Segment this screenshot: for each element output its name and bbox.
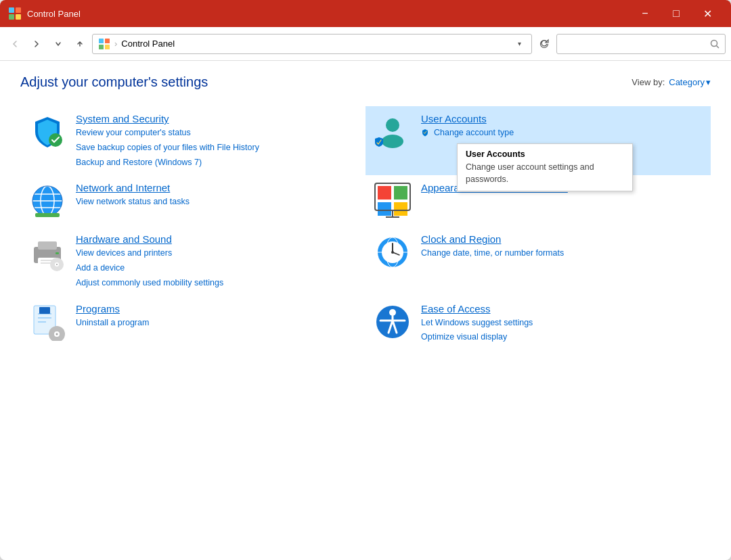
system-security-content: System and Security Review your computer… [76,113,259,168]
tooltip-title: User Accounts [466,149,624,159]
recent-locations-button[interactable] [49,34,68,53]
clock-content: Clock and Region Change date, time, or n… [421,233,564,260]
uac-shield-icon [421,129,429,137]
categories-grid: System and Security Review your computer… [20,106,711,350]
svg-point-51 [56,333,58,335]
category-network: Network and Internet View network status… [20,175,366,227]
hardware-link-2[interactable]: Add a device [76,262,223,275]
svg-rect-48 [39,307,50,314]
svg-point-35 [56,264,58,265]
address-bar-icon [98,38,110,50]
window-controls: − □ ✕ [629,0,723,27]
title-bar: Control Panel − □ ✕ [0,0,731,27]
svg-rect-19 [35,213,60,217]
main-window: Control Panel − □ ✕ › [0,0,731,560]
svg-rect-23 [394,202,407,216]
address-input[interactable] [121,39,508,49]
search-input[interactable] [562,39,707,49]
refresh-button[interactable] [535,34,554,53]
user-accounts-content: User Accounts Change account type [421,113,514,139]
hardware-link-1[interactable]: View devices and printers [76,247,223,260]
address-dropdown-button[interactable]: ▾ [512,34,526,53]
page-header: Adjust your computer's settings View by:… [20,74,711,90]
window-title: Control Panel [27,9,629,19]
maximize-button[interactable]: □ [661,0,692,27]
svg-rect-7 [105,45,110,49]
system-security-link-2[interactable]: Save backup copies of your files with Fi… [76,141,259,154]
back-button[interactable] [5,34,24,53]
search-icon [710,39,719,49]
user-accounts-tooltip: User Accounts Change user account settin… [457,143,633,191]
programs-title[interactable]: Programs [76,303,149,314]
svg-point-12 [382,135,403,148]
close-button[interactable]: ✕ [692,0,723,27]
system-security-icon [28,113,66,151]
programs-content: Programs Uninstall a program [76,303,149,329]
ease-link-1[interactable]: Let Windows suggest settings [421,317,533,329]
ease-of-access-icon [374,303,412,341]
hardware-title[interactable]: Hardware and Sound [76,233,223,245]
user-accounts-icon [374,113,412,151]
ease-link-2[interactable]: Optimize visual display [421,331,533,344]
title-bar-icon [8,7,22,20]
svg-rect-4 [99,39,104,43]
svg-rect-28 [38,241,57,250]
network-link-1[interactable]: View network status and tasks [76,195,190,208]
up-button[interactable] [70,34,89,53]
category-user-accounts: User Accounts Change account type User A… [366,106,711,175]
view-by-link[interactable]: Category ▾ [669,77,711,87]
svg-rect-1 [16,7,21,13]
minimize-button[interactable]: − [629,0,661,27]
svg-rect-20 [378,186,391,200]
programs-link-1[interactable]: Uninstall a program [76,317,149,329]
search-box[interactable] [556,34,726,54]
svg-rect-0 [9,7,14,13]
network-content: Network and Internet View network status… [76,182,190,208]
address-box[interactable]: › ▾ [92,34,532,54]
hardware-icon [28,233,66,271]
appearance-icon [374,182,412,220]
category-hardware: Hardware and Sound View devices and prin… [20,227,366,296]
svg-rect-32 [56,252,59,254]
svg-rect-3 [16,14,21,20]
programs-icon [28,303,66,341]
ease-title[interactable]: Ease of Access [421,303,533,314]
system-security-link-3[interactable]: Backup and Restore (Windows 7) [76,156,259,169]
category-programs: Programs Uninstall a program [20,296,366,351]
address-bar: › ▾ [0,27,731,61]
tooltip-text: Change user account settings and passwor… [466,162,624,185]
svg-point-11 [386,118,399,132]
clock-title[interactable]: Clock and Region [421,233,564,245]
category-ease: Ease of Access Let Windows suggest setti… [366,296,711,351]
address-separator: › [114,39,117,49]
hardware-link-3[interactable]: Adjust commonly used mobility settings [76,277,223,289]
ease-content: Ease of Access Let Windows suggest setti… [421,303,533,344]
user-accounts-title[interactable]: User Accounts [421,113,514,124]
svg-rect-6 [99,45,104,49]
network-title[interactable]: Network and Internet [76,182,190,193]
svg-rect-2 [9,14,14,20]
category-system-security: System and Security Review your computer… [20,106,366,175]
clock-icon [374,233,412,271]
svg-point-8 [711,40,717,46]
category-clock: Clock and Region Change date, time, or n… [366,227,711,296]
view-by: View by: Category ▾ [632,77,711,87]
hardware-content: Hardware and Sound View devices and prin… [76,233,223,289]
svg-line-9 [717,45,719,48]
system-security-link-1[interactable]: Review your computer's status [76,126,259,139]
user-accounts-link-1[interactable]: Change account type [421,126,514,139]
network-icon [28,182,66,220]
view-by-label: View by: [632,77,665,87]
page-title: Adjust your computer's settings [20,74,208,90]
svg-rect-5 [105,39,110,43]
main-content: Adjust your computer's settings View by:… [0,61,731,560]
svg-rect-22 [378,202,391,216]
clock-link-1[interactable]: Change date, time, or number formats [421,247,564,260]
system-security-title[interactable]: System and Security [76,113,259,124]
svg-rect-21 [394,186,407,200]
forward-button[interactable] [27,34,46,53]
